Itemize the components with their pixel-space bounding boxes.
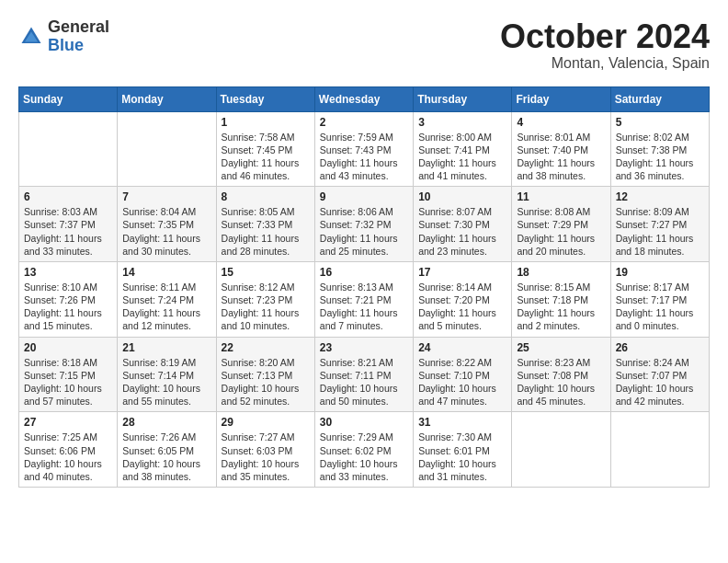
logo-icon (18, 24, 44, 50)
day-number: 29 (222, 416, 310, 429)
calendar-cell: 8Sunrise: 8:05 AMSunset: 7:33 PMDaylight… (216, 187, 314, 262)
day-info: Sunrise: 8:14 AMSunset: 7:20 PMDaylight:… (418, 281, 506, 333)
calendar-cell: 29Sunrise: 7:27 AMSunset: 6:03 PMDayligh… (216, 412, 314, 488)
day-info: Sunrise: 8:19 AMSunset: 7:14 PMDaylight:… (122, 356, 210, 408)
day-number: 9 (320, 190, 408, 203)
calendar-cell: 4Sunrise: 8:01 AMSunset: 7:40 PMDaylight… (512, 111, 610, 187)
day-info: Sunrise: 8:00 AMSunset: 7:41 PMDaylight:… (418, 131, 506, 183)
day-info: Sunrise: 8:10 AMSunset: 7:26 PMDaylight:… (24, 281, 112, 333)
day-number: 30 (320, 416, 408, 429)
calendar-cell: 25Sunrise: 8:23 AMSunset: 7:08 PMDayligh… (512, 337, 610, 412)
day-number: 6 (24, 190, 112, 203)
day-number: 17 (418, 266, 506, 279)
day-info: Sunrise: 8:22 AMSunset: 7:10 PMDaylight:… (418, 356, 506, 408)
day-number: 8 (222, 190, 310, 203)
day-number: 21 (122, 341, 210, 354)
calendar-cell: 22Sunrise: 8:20 AMSunset: 7:13 PMDayligh… (216, 337, 314, 412)
day-info: Sunrise: 7:26 AMSunset: 6:05 PMDaylight:… (122, 431, 210, 483)
calendar-cell: 31Sunrise: 7:30 AMSunset: 6:01 PMDayligh… (414, 412, 512, 488)
calendar-cell: 24Sunrise: 8:22 AMSunset: 7:10 PMDayligh… (414, 337, 512, 412)
day-info: Sunrise: 8:18 AMSunset: 7:15 PMDaylight:… (24, 356, 112, 408)
page-header: General Blue October 2024 Montan, Valenc… (18, 18, 710, 72)
day-info: Sunrise: 7:58 AMSunset: 7:45 PMDaylight:… (222, 131, 310, 183)
calendar-cell: 30Sunrise: 7:29 AMSunset: 6:02 PMDayligh… (314, 412, 413, 488)
day-number: 24 (418, 341, 506, 354)
logo: General Blue (18, 18, 109, 55)
day-info: Sunrise: 8:08 AMSunset: 7:29 PMDaylight:… (517, 205, 605, 258)
calendar-cell: 10Sunrise: 8:07 AMSunset: 7:30 PMDayligh… (414, 187, 512, 262)
day-number: 27 (24, 416, 112, 429)
calendar-cell: 1Sunrise: 7:58 AMSunset: 7:45 PMDaylight… (216, 111, 314, 187)
calendar-cell: 26Sunrise: 8:24 AMSunset: 7:07 PMDayligh… (610, 337, 709, 412)
calendar-cell: 12Sunrise: 8:09 AMSunset: 7:27 PMDayligh… (610, 187, 709, 262)
logo-blue-text: Blue (48, 37, 109, 55)
calendar-cell: 15Sunrise: 8:12 AMSunset: 7:23 PMDayligh… (216, 261, 314, 337)
day-info: Sunrise: 8:24 AMSunset: 7:07 PMDaylight:… (616, 356, 704, 408)
calendar-cell: 2Sunrise: 7:59 AMSunset: 7:43 PMDaylight… (314, 111, 413, 187)
title-block: October 2024 Montan, Valencia, Spain (500, 18, 710, 72)
calendar-cell: 14Sunrise: 8:11 AMSunset: 7:24 PMDayligh… (118, 261, 216, 337)
calendar-cell: 17Sunrise: 8:14 AMSunset: 7:20 PMDayligh… (414, 261, 512, 337)
month-title: October 2024 (500, 18, 710, 55)
day-number: 5 (616, 116, 704, 129)
day-info: Sunrise: 8:23 AMSunset: 7:08 PMDaylight:… (517, 356, 605, 408)
calendar-cell: 20Sunrise: 8:18 AMSunset: 7:15 PMDayligh… (19, 337, 118, 412)
logo-general-text: General (48, 18, 109, 37)
calendar-cell: 23Sunrise: 8:21 AMSunset: 7:11 PMDayligh… (314, 337, 413, 412)
day-number: 16 (320, 266, 408, 279)
calendar-cell: 11Sunrise: 8:08 AMSunset: 7:29 PMDayligh… (512, 187, 610, 262)
calendar-week-row: 6Sunrise: 8:03 AMSunset: 7:37 PMDaylight… (19, 187, 710, 262)
day-info: Sunrise: 7:29 AMSunset: 6:02 PMDaylight:… (320, 431, 408, 483)
calendar-header-row: SundayMondayTuesdayWednesdayThursdayFrid… (19, 86, 710, 111)
day-header: Saturday (610, 86, 709, 111)
calendar-cell: 3Sunrise: 8:00 AMSunset: 7:41 PMDaylight… (414, 111, 512, 187)
day-number: 4 (517, 116, 605, 129)
day-number: 13 (24, 266, 112, 279)
calendar-cell (512, 412, 610, 488)
day-number: 3 (418, 116, 506, 129)
day-number: 31 (418, 416, 506, 429)
day-info: Sunrise: 7:30 AMSunset: 6:01 PMDaylight:… (418, 431, 506, 483)
day-number: 10 (418, 190, 506, 203)
day-info: Sunrise: 8:12 AMSunset: 7:23 PMDaylight:… (222, 281, 310, 333)
day-info: Sunrise: 7:59 AMSunset: 7:43 PMDaylight:… (320, 131, 408, 183)
calendar-cell: 16Sunrise: 8:13 AMSunset: 7:21 PMDayligh… (314, 261, 413, 337)
day-number: 19 (616, 266, 704, 279)
day-header: Friday (512, 86, 610, 111)
day-number: 11 (517, 190, 605, 203)
calendar-cell (19, 111, 118, 187)
day-info: Sunrise: 8:04 AMSunset: 7:35 PMDaylight:… (122, 205, 210, 258)
calendar-cell: 21Sunrise: 8:19 AMSunset: 7:14 PMDayligh… (118, 337, 216, 412)
day-header: Sunday (19, 86, 118, 111)
day-number: 2 (320, 116, 408, 129)
day-info: Sunrise: 8:20 AMSunset: 7:13 PMDaylight:… (222, 356, 310, 408)
day-info: Sunrise: 8:05 AMSunset: 7:33 PMDaylight:… (222, 205, 310, 258)
calendar-cell: 13Sunrise: 8:10 AMSunset: 7:26 PMDayligh… (19, 261, 118, 337)
calendar-cell (118, 111, 216, 187)
day-info: Sunrise: 8:03 AMSunset: 7:37 PMDaylight:… (24, 205, 112, 258)
day-info: Sunrise: 8:02 AMSunset: 7:38 PMDaylight:… (616, 131, 704, 183)
location: Montan, Valencia, Spain (500, 55, 710, 72)
day-info: Sunrise: 8:11 AMSunset: 7:24 PMDaylight:… (122, 281, 210, 333)
day-number: 18 (517, 266, 605, 279)
calendar-week-row: 20Sunrise: 8:18 AMSunset: 7:15 PMDayligh… (19, 337, 710, 412)
calendar-week-row: 13Sunrise: 8:10 AMSunset: 7:26 PMDayligh… (19, 261, 710, 337)
calendar-cell: 27Sunrise: 7:25 AMSunset: 6:06 PMDayligh… (19, 412, 118, 488)
calendar-cell: 7Sunrise: 8:04 AMSunset: 7:35 PMDaylight… (118, 187, 216, 262)
day-info: Sunrise: 7:27 AMSunset: 6:03 PMDaylight:… (222, 431, 310, 483)
day-info: Sunrise: 8:09 AMSunset: 7:27 PMDaylight:… (616, 205, 704, 258)
calendar-cell: 18Sunrise: 8:15 AMSunset: 7:18 PMDayligh… (512, 261, 610, 337)
calendar-cell: 19Sunrise: 8:17 AMSunset: 7:17 PMDayligh… (610, 261, 709, 337)
day-header: Monday (118, 86, 216, 111)
day-info: Sunrise: 8:13 AMSunset: 7:21 PMDaylight:… (320, 281, 408, 333)
day-info: Sunrise: 8:21 AMSunset: 7:11 PMDaylight:… (320, 356, 408, 408)
day-info: Sunrise: 8:17 AMSunset: 7:17 PMDaylight:… (616, 281, 704, 333)
calendar-cell: 28Sunrise: 7:26 AMSunset: 6:05 PMDayligh… (118, 412, 216, 488)
day-number: 25 (517, 341, 605, 354)
day-number: 7 (122, 190, 210, 203)
day-number: 22 (222, 341, 310, 354)
calendar-cell: 5Sunrise: 8:02 AMSunset: 7:38 PMDaylight… (610, 111, 709, 187)
day-header: Wednesday (314, 86, 413, 111)
day-info: Sunrise: 8:01 AMSunset: 7:40 PMDaylight:… (517, 131, 605, 183)
day-header: Thursday (414, 86, 512, 111)
